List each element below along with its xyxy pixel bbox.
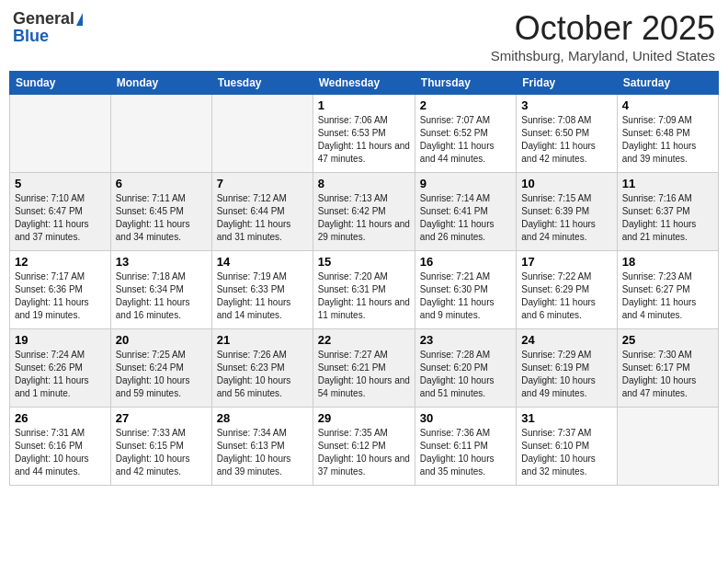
calendar-cell: 14Sunrise: 7:19 AM Sunset: 6:33 PM Dayli…: [211, 251, 313, 329]
calendar-cell: 27Sunrise: 7:33 AM Sunset: 6:15 PM Dayli…: [110, 408, 211, 486]
day-info: Sunrise: 7:31 AM Sunset: 6:16 PM Dayligh…: [15, 427, 106, 478]
calendar-cell: 21Sunrise: 7:26 AM Sunset: 6:23 PM Dayli…: [211, 329, 313, 408]
day-info: Sunrise: 7:28 AM Sunset: 6:20 PM Dayligh…: [420, 349, 511, 400]
day-info: Sunrise: 7:15 AM Sunset: 6:39 PM Dayligh…: [521, 192, 611, 244]
day-info: Sunrise: 7:08 AM Sunset: 6:50 PM Dayligh…: [521, 114, 611, 166]
weekday-header-row: SundayMondayTuesdayWednesdayThursdayFrid…: [10, 72, 719, 95]
day-info: Sunrise: 7:20 AM Sunset: 6:31 PM Dayligh…: [318, 270, 410, 322]
day-number: 17: [521, 255, 611, 269]
logo-general: General: [13, 9, 74, 29]
day-info: Sunrise: 7:34 AM Sunset: 6:13 PM Dayligh…: [217, 427, 308, 478]
day-number: 8: [318, 177, 410, 190]
week-row-2: 5Sunrise: 7:10 AM Sunset: 6:47 PM Daylig…: [10, 173, 719, 251]
page-header: General Blue October 2025 Smithsburg, Ma…: [9, 9, 719, 63]
day-info: Sunrise: 7:22 AM Sunset: 6:29 PM Dayligh…: [521, 270, 611, 322]
day-number: 20: [116, 333, 207, 347]
day-info: Sunrise: 7:06 AM Sunset: 6:53 PM Dayligh…: [318, 114, 410, 166]
day-number: 27: [116, 411, 207, 425]
day-number: 24: [521, 333, 611, 347]
week-row-1: 1Sunrise: 7:06 AM Sunset: 6:53 PM Daylig…: [10, 95, 719, 173]
day-number: 18: [622, 255, 713, 269]
day-number: 31: [521, 411, 611, 425]
calendar-cell: 6Sunrise: 7:11 AM Sunset: 6:45 PM Daylig…: [110, 173, 211, 251]
weekday-header-sunday: Sunday: [10, 72, 111, 95]
day-number: 9: [420, 177, 511, 190]
calendar-cell: 20Sunrise: 7:25 AM Sunset: 6:24 PM Dayli…: [110, 329, 211, 408]
week-row-3: 12Sunrise: 7:17 AM Sunset: 6:36 PM Dayli…: [10, 251, 719, 329]
day-info: Sunrise: 7:36 AM Sunset: 6:11 PM Dayligh…: [420, 427, 511, 478]
day-info: Sunrise: 7:30 AM Sunset: 6:17 PM Dayligh…: [622, 349, 713, 400]
day-number: 15: [318, 255, 410, 269]
calendar-cell: 4Sunrise: 7:09 AM Sunset: 6:48 PM Daylig…: [617, 95, 718, 173]
day-number: 19: [15, 333, 106, 347]
calendar-cell: 16Sunrise: 7:21 AM Sunset: 6:30 PM Dayli…: [415, 251, 516, 329]
calendar-cell: 17Sunrise: 7:22 AM Sunset: 6:29 PM Dayli…: [517, 251, 617, 329]
calendar-cell: 25Sunrise: 7:30 AM Sunset: 6:17 PM Dayli…: [617, 329, 718, 408]
day-number: 3: [521, 98, 611, 112]
calendar-cell: [211, 95, 313, 173]
calendar-cell: 7Sunrise: 7:12 AM Sunset: 6:44 PM Daylig…: [211, 173, 313, 251]
weekday-header-tuesday: Tuesday: [211, 72, 313, 95]
calendar-cell: 3Sunrise: 7:08 AM Sunset: 6:50 PM Daylig…: [517, 95, 617, 173]
location: Smithsburg, Maryland, United States: [491, 48, 715, 63]
calendar-cell: 10Sunrise: 7:15 AM Sunset: 6:39 PM Dayli…: [517, 173, 617, 251]
calendar-cell: 2Sunrise: 7:07 AM Sunset: 6:52 PM Daylig…: [415, 95, 516, 173]
calendar-cell: [10, 95, 111, 173]
day-info: Sunrise: 7:37 AM Sunset: 6:10 PM Dayligh…: [521, 427, 611, 478]
logo-blue: Blue: [13, 27, 49, 46]
day-number: 26: [15, 411, 106, 425]
day-number: 14: [217, 255, 308, 269]
month-title: October 2025: [491, 9, 715, 48]
day-number: 28: [217, 411, 308, 425]
calendar-cell: 22Sunrise: 7:27 AM Sunset: 6:21 PM Dayli…: [313, 329, 415, 408]
calendar-cell: 19Sunrise: 7:24 AM Sunset: 6:26 PM Dayli…: [10, 329, 111, 408]
weekday-header-saturday: Saturday: [617, 72, 718, 95]
weekday-header-wednesday: Wednesday: [313, 72, 415, 95]
calendar-cell: 18Sunrise: 7:23 AM Sunset: 6:27 PM Dayli…: [617, 251, 718, 329]
calendar-cell: [110, 95, 211, 173]
calendar-cell: 1Sunrise: 7:06 AM Sunset: 6:53 PM Daylig…: [313, 95, 415, 173]
day-info: Sunrise: 7:07 AM Sunset: 6:52 PM Dayligh…: [420, 114, 511, 166]
day-info: Sunrise: 7:11 AM Sunset: 6:45 PM Dayligh…: [116, 192, 207, 244]
day-info: Sunrise: 7:10 AM Sunset: 6:47 PM Dayligh…: [15, 192, 106, 244]
day-number: 2: [420, 98, 511, 112]
calendar-cell: 31Sunrise: 7:37 AM Sunset: 6:10 PM Dayli…: [517, 408, 617, 486]
weekday-header-monday: Monday: [110, 72, 211, 95]
day-info: Sunrise: 7:29 AM Sunset: 6:19 PM Dayligh…: [521, 349, 611, 400]
day-number: 30: [420, 411, 511, 425]
calendar-cell: 8Sunrise: 7:13 AM Sunset: 6:42 PM Daylig…: [313, 173, 415, 251]
calendar-cell: [617, 408, 718, 486]
day-number: 21: [217, 333, 308, 347]
logo: General Blue: [13, 9, 83, 46]
calendar-cell: 15Sunrise: 7:20 AM Sunset: 6:31 PM Dayli…: [313, 251, 415, 329]
calendar-cell: 12Sunrise: 7:17 AM Sunset: 6:36 PM Dayli…: [10, 251, 111, 329]
day-info: Sunrise: 7:35 AM Sunset: 6:12 PM Dayligh…: [318, 427, 410, 478]
day-number: 1: [318, 98, 410, 112]
week-row-5: 26Sunrise: 7:31 AM Sunset: 6:16 PM Dayli…: [10, 408, 719, 486]
day-number: 23: [420, 333, 511, 347]
calendar-cell: 11Sunrise: 7:16 AM Sunset: 6:37 PM Dayli…: [617, 173, 718, 251]
day-info: Sunrise: 7:33 AM Sunset: 6:15 PM Dayligh…: [116, 427, 207, 478]
day-number: 5: [15, 177, 106, 190]
day-number: 11: [622, 177, 713, 190]
day-info: Sunrise: 7:19 AM Sunset: 6:33 PM Dayligh…: [217, 270, 308, 322]
calendar-cell: 9Sunrise: 7:14 AM Sunset: 6:41 PM Daylig…: [415, 173, 516, 251]
calendar-cell: 30Sunrise: 7:36 AM Sunset: 6:11 PM Dayli…: [415, 408, 516, 486]
day-info: Sunrise: 7:18 AM Sunset: 6:34 PM Dayligh…: [116, 270, 207, 322]
calendar-cell: 26Sunrise: 7:31 AM Sunset: 6:16 PM Dayli…: [10, 408, 111, 486]
week-row-4: 19Sunrise: 7:24 AM Sunset: 6:26 PM Dayli…: [10, 329, 719, 408]
day-number: 12: [15, 255, 106, 269]
day-info: Sunrise: 7:26 AM Sunset: 6:23 PM Dayligh…: [217, 349, 308, 400]
day-number: 6: [116, 177, 207, 190]
day-info: Sunrise: 7:21 AM Sunset: 6:30 PM Dayligh…: [420, 270, 511, 322]
calendar-cell: 24Sunrise: 7:29 AM Sunset: 6:19 PM Dayli…: [517, 329, 617, 408]
day-info: Sunrise: 7:25 AM Sunset: 6:24 PM Dayligh…: [116, 349, 207, 400]
calendar-cell: 5Sunrise: 7:10 AM Sunset: 6:47 PM Daylig…: [10, 173, 111, 251]
day-number: 7: [217, 177, 308, 190]
day-number: 10: [521, 177, 611, 190]
day-info: Sunrise: 7:24 AM Sunset: 6:26 PM Dayligh…: [15, 349, 106, 400]
weekday-header-thursday: Thursday: [415, 72, 516, 95]
day-number: 4: [622, 98, 713, 112]
day-info: Sunrise: 7:12 AM Sunset: 6:44 PM Dayligh…: [217, 192, 308, 244]
title-block: October 2025 Smithsburg, Maryland, Unite…: [491, 9, 715, 63]
